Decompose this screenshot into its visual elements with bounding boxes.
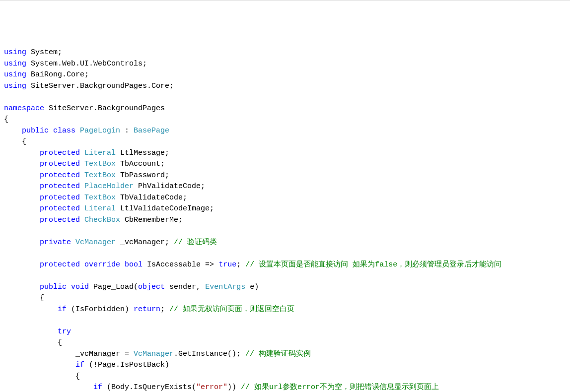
code-token: protected <box>40 182 80 191</box>
code-token: _vcManager = <box>4 350 134 358</box>
code-line: { <box>4 136 566 148</box>
code-token: { <box>4 372 80 381</box>
code-token <box>4 171 40 180</box>
code-token: { <box>4 137 26 146</box>
code-token <box>4 127 22 135</box>
code-line: protected TextBox TbPassword; <box>4 170 566 182</box>
code-line <box>4 248 566 260</box>
code-token: // 如果无权访问页面，则返回空白页 <box>169 305 294 314</box>
code-token: EventArgs <box>205 283 245 291</box>
code-token: "error" <box>196 383 227 392</box>
code-token: LtlMessage; <box>116 149 169 157</box>
code-token <box>80 149 84 157</box>
code-line: _vcManager = VcManager.GetInstance(); //… <box>4 349 566 360</box>
code-token: class <box>53 127 75 135</box>
code-token: bool <box>125 261 142 269</box>
code-line <box>4 270 566 282</box>
code-token: (IsForbidden) <box>67 305 134 314</box>
code-line: try <box>4 327 566 338</box>
code-token: VcManager <box>134 350 174 358</box>
code-line: public class PageLogin : BasePage <box>4 126 566 137</box>
code-line: using System.Web.UI.WebControls; <box>4 59 566 70</box>
code-token: TextBox <box>84 171 116 180</box>
code-token: .GetInstance(); <box>174 350 245 358</box>
code-token: object <box>138 283 165 291</box>
code-token: CheckBox <box>84 216 120 224</box>
code-token <box>4 305 58 314</box>
code-token: using <box>4 60 26 68</box>
code-token <box>4 194 40 202</box>
code-token <box>4 149 40 157</box>
code-token: // 验证码类 <box>174 238 217 247</box>
code-token: true <box>218 261 236 269</box>
code-token: PhValidateCode; <box>134 182 205 191</box>
code-token <box>71 238 75 247</box>
code-token: namespace <box>4 104 44 113</box>
code-token: VcManager <box>75 238 116 247</box>
code-line: using BaiRong.Core; <box>4 69 566 81</box>
code-token: using <box>4 82 26 90</box>
code-token: protected <box>40 194 80 202</box>
code-line: if (IsForbidden) return; // 如果无权访问页面，则返回… <box>4 304 566 316</box>
code-token: Literal <box>84 149 116 157</box>
code-token: // 设置本页面是否能直接访问 如果为false，则必须管理员登录后才能访问 <box>245 261 501 269</box>
code-token <box>4 261 40 269</box>
code-token: void <box>71 283 89 291</box>
code-token: using <box>4 70 26 79</box>
code-line: protected override bool IsAccessable => … <box>4 260 566 271</box>
code-token: sender, <box>165 283 205 291</box>
code-token <box>49 127 53 135</box>
code-token: PlaceHolder <box>84 182 134 191</box>
code-token: using <box>4 48 26 57</box>
code-token: TbAccount; <box>116 160 165 168</box>
code-token: return <box>134 305 160 314</box>
code-token: protected <box>40 171 80 180</box>
code-line: protected CheckBox CbRememberMe; <box>4 215 566 226</box>
code-token <box>80 182 84 191</box>
code-token: override <box>84 261 120 269</box>
code-token <box>4 160 40 168</box>
code-token <box>80 204 84 213</box>
code-token: (!Page.IsPostBack) <box>84 361 169 369</box>
code-token: System.Web.UI.WebControls; <box>26 60 147 68</box>
code-token: Page_Load( <box>89 283 138 291</box>
code-token: // 构建验证码实例 <box>245 350 311 358</box>
code-token: LtlValidateCodeImage; <box>116 204 214 213</box>
code-token: protected <box>40 149 80 157</box>
code-line <box>4 226 566 237</box>
code-token: try <box>58 327 71 336</box>
code-line: protected TextBox TbAccount; <box>4 159 566 170</box>
code-editor-content: using System;using System.Web.UI.WebCont… <box>4 47 566 392</box>
code-token: BasePage <box>134 127 169 135</box>
code-line: { <box>4 337 566 349</box>
code-token <box>67 283 71 291</box>
code-token: public <box>40 283 67 291</box>
code-token: IsAccessable => <box>142 261 218 269</box>
code-token: TextBox <box>84 160 116 168</box>
code-token: TbPassword; <box>116 171 169 180</box>
code-line: using SiteServer.BackgroundPages.Core; <box>4 81 566 92</box>
code-token: if <box>58 305 67 314</box>
code-token: SiteServer.BackgroundPages <box>44 104 165 113</box>
code-line: public void Page_Load(object sender, Eve… <box>4 282 566 293</box>
code-token: TbValidateCode; <box>116 194 187 202</box>
code-token: PageLogin <box>80 127 120 135</box>
code-token: Literal <box>84 204 116 213</box>
code-line: { <box>4 371 566 383</box>
code-token <box>4 204 40 213</box>
code-token <box>4 238 40 247</box>
code-token <box>4 327 58 336</box>
code-token: protected <box>40 160 80 168</box>
code-token <box>4 216 40 224</box>
code-token <box>80 171 84 180</box>
code-line: protected PlaceHolder PhValidateCode; <box>4 181 566 193</box>
code-token: if <box>75 361 84 369</box>
code-line: if (!Page.IsPostBack) <box>4 360 566 371</box>
code-token: protected <box>40 216 80 224</box>
code-token: public <box>22 127 49 135</box>
code-token <box>4 283 40 291</box>
code-token: { <box>4 115 8 124</box>
code-token <box>80 194 84 202</box>
code-token <box>75 127 80 135</box>
code-token <box>4 383 93 392</box>
